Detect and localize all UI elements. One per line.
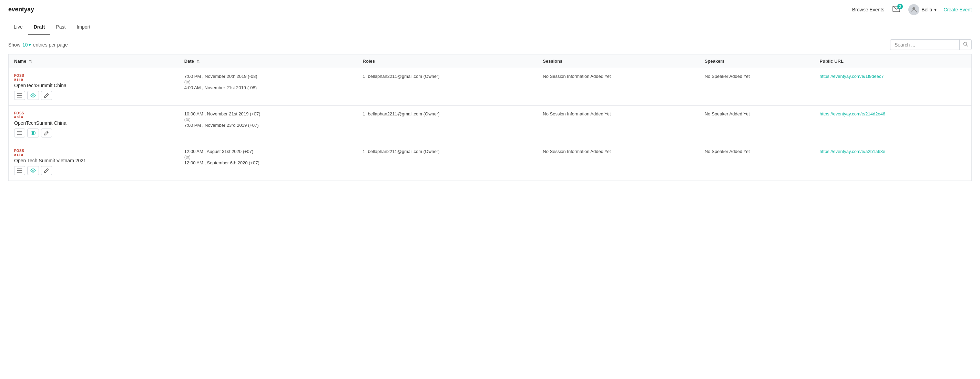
header: eventyay Browse Events 2 Bella ▾ Create … bbox=[0, 0, 980, 19]
tab-draft[interactable]: Draft bbox=[28, 19, 51, 35]
col-sessions: Sessions bbox=[537, 54, 699, 68]
tab-live[interactable]: Live bbox=[8, 19, 28, 35]
svg-line-13 bbox=[47, 132, 48, 133]
user-name: Bella bbox=[921, 7, 932, 13]
user-menu-button[interactable]: Bella ▾ bbox=[908, 4, 937, 15]
view-button-0[interactable] bbox=[27, 91, 39, 100]
avatar bbox=[908, 4, 920, 15]
create-event-link[interactable]: Create Event bbox=[943, 7, 972, 13]
svg-point-7 bbox=[32, 95, 34, 96]
cell-speakers-0: No Speaker Added Yet bbox=[699, 68, 814, 106]
foss-logo-0: FOSS asia bbox=[14, 74, 24, 81]
table-row: FOSS asia Open Tech Summit Vietnam 2021 bbox=[9, 143, 972, 181]
cell-sessions-1: No Session Information Added Yet bbox=[537, 106, 699, 143]
notification-button[interactable]: 2 bbox=[891, 5, 901, 14]
action-buttons-1 bbox=[14, 129, 173, 137]
tab-past[interactable]: Past bbox=[50, 19, 71, 35]
table-row: FOSS asia OpenTechSummit China bbox=[9, 68, 972, 106]
date-to-label-1: (to) bbox=[185, 117, 352, 122]
col-speakers: Speakers bbox=[699, 54, 814, 68]
tabs-nav: Live Draft Past Import bbox=[0, 19, 980, 35]
tab-import[interactable]: Import bbox=[71, 19, 96, 35]
table-row: FOSS asia OpenTechSummit China bbox=[9, 106, 972, 143]
event-name-2: Open Tech Summit Vietnam 2021 bbox=[14, 158, 173, 163]
search-box bbox=[890, 39, 972, 50]
roles-email-1: bellaphan2211@gmail.com (Owner) bbox=[368, 111, 439, 116]
cell-roles-0: 1 bellaphan2211@gmail.com (Owner) bbox=[357, 68, 538, 106]
view-button-1[interactable] bbox=[27, 129, 39, 137]
events-table: Name ⇅ Date ⇅ Roles Sessions Speakers Pu… bbox=[8, 54, 972, 181]
cell-roles-1: 1 bellaphan2211@gmail.com (Owner) bbox=[357, 106, 538, 143]
date-from-0: 7:00 PM , November 20th 2019 (-08) bbox=[185, 74, 352, 79]
cell-date-0: 7:00 PM , November 20th 2019 (-08) (to) … bbox=[179, 68, 357, 106]
date-to-1: 7:00 PM , November 23rd 2019 (+07) bbox=[185, 123, 352, 128]
cell-name-1: FOSS asia OpenTechSummit China bbox=[9, 106, 179, 143]
date-to-label-2: (to) bbox=[185, 155, 352, 159]
cell-roles-2: 1 bellaphan2211@gmail.com (Owner) bbox=[357, 143, 538, 181]
notification-badge: 2 bbox=[897, 4, 903, 9]
list-button-0[interactable] bbox=[14, 91, 25, 100]
svg-point-12 bbox=[32, 132, 34, 134]
cell-name-0: FOSS asia OpenTechSummit China bbox=[9, 68, 179, 106]
cell-public-url-2: https://eventyay.com/e/a2b1a68e bbox=[814, 143, 972, 181]
cell-date-2: 12:00 AM , August 31st 2020 (+07) (to) 1… bbox=[179, 143, 357, 181]
cell-speakers-1: No Speaker Added Yet bbox=[699, 106, 814, 143]
browse-events-link[interactable]: Browse Events bbox=[852, 7, 884, 13]
edit-button-0[interactable] bbox=[41, 91, 52, 100]
cell-speakers-2: No Speaker Added Yet bbox=[699, 143, 814, 181]
public-url-link-1[interactable]: https://eventyay.com/e/214d2e46 bbox=[820, 111, 886, 116]
svg-line-18 bbox=[47, 169, 48, 170]
col-public-url: Public URL bbox=[814, 54, 972, 68]
cell-sessions-2: No Session Information Added Yet bbox=[537, 143, 699, 181]
cell-public-url-1: https://eventyay.com/e/214d2e46 bbox=[814, 106, 972, 143]
toolbar: Show 10 ▾ entries per page bbox=[0, 35, 980, 54]
logo: eventyay bbox=[8, 6, 34, 13]
name-sort-icon[interactable]: ⇅ bbox=[29, 59, 32, 64]
roles-email-2: bellaphan2211@gmail.com (Owner) bbox=[368, 149, 439, 154]
public-url-link-0[interactable]: https://eventyay.com/e/1f9deec7 bbox=[820, 74, 884, 79]
action-buttons-0 bbox=[14, 91, 173, 100]
search-button[interactable] bbox=[959, 40, 971, 49]
date-to-0: 4:00 AM , November 21st 2019 (-08) bbox=[185, 85, 352, 90]
show-label: Show bbox=[8, 42, 20, 48]
action-buttons-2 bbox=[14, 166, 173, 175]
col-date: Date ⇅ bbox=[179, 54, 357, 68]
roles-email-0: bellaphan2211@gmail.com (Owner) bbox=[368, 74, 439, 79]
cell-public-url-0: https://eventyay.com/e/1f9deec7 bbox=[814, 68, 972, 106]
search-input[interactable] bbox=[891, 40, 959, 49]
entries-count-select[interactable]: 10 ▾ bbox=[22, 42, 31, 48]
svg-point-1 bbox=[912, 7, 915, 10]
entries-dropdown-icon: ▾ bbox=[29, 42, 31, 48]
header-right: Browse Events 2 Bella ▾ Create Event bbox=[852, 4, 972, 15]
cell-date-1: 10:00 AM , November 21st 2019 (+07) (to)… bbox=[179, 106, 357, 143]
table-header-row: Name ⇅ Date ⇅ Roles Sessions Speakers Pu… bbox=[9, 54, 972, 68]
chevron-down-icon: ▾ bbox=[934, 7, 937, 13]
svg-point-17 bbox=[32, 170, 34, 171]
date-to-2: 12:00 AM , September 6th 2020 (+07) bbox=[185, 160, 352, 166]
col-roles: Roles bbox=[357, 54, 538, 68]
col-name: Name ⇅ bbox=[9, 54, 179, 68]
svg-line-8 bbox=[47, 94, 48, 96]
list-button-1[interactable] bbox=[14, 129, 25, 137]
event-name-0: OpenTechSummit China bbox=[14, 83, 173, 88]
show-entries: Show 10 ▾ entries per page bbox=[8, 42, 68, 48]
edit-button-2[interactable] bbox=[41, 166, 52, 175]
cell-sessions-0: No Session Information Added Yet bbox=[537, 68, 699, 106]
foss-logo-1: FOSS asia bbox=[14, 111, 24, 119]
events-table-container: Name ⇅ Date ⇅ Roles Sessions Speakers Pu… bbox=[0, 54, 980, 181]
date-to-label-0: (to) bbox=[185, 80, 352, 84]
date-from-2: 12:00 AM , August 31st 2020 (+07) bbox=[185, 149, 352, 154]
roles-count-0: 1 bbox=[363, 74, 365, 79]
svg-line-3 bbox=[967, 45, 968, 46]
event-name-1: OpenTechSummit China bbox=[14, 120, 173, 126]
roles-count-1: 1 bbox=[363, 111, 365, 116]
date-sort-icon[interactable]: ⇅ bbox=[197, 59, 200, 64]
cell-name-2: FOSS asia Open Tech Summit Vietnam 2021 bbox=[9, 143, 179, 181]
roles-count-2: 1 bbox=[363, 149, 365, 154]
list-button-2[interactable] bbox=[14, 166, 25, 175]
foss-logo-2: FOSS asia bbox=[14, 149, 24, 156]
entries-suffix: entries per page bbox=[33, 42, 68, 48]
public-url-link-2[interactable]: https://eventyay.com/e/a2b1a68e bbox=[820, 149, 886, 154]
edit-button-1[interactable] bbox=[41, 129, 52, 137]
view-button-2[interactable] bbox=[27, 166, 39, 175]
